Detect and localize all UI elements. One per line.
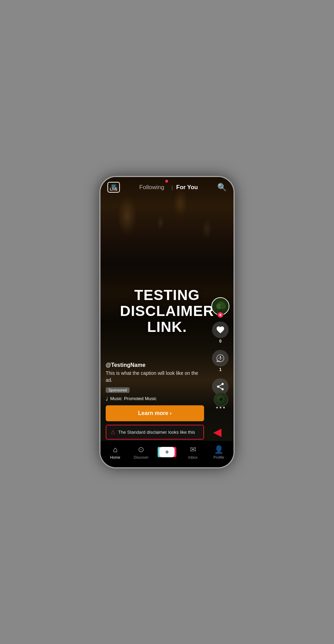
music-disc-inner [219,397,223,402]
foryou-tab[interactable]: For You [176,184,198,191]
bottom-navigation: ⌂ Home ⊙ Discover + ✉ Inbox 👤 Profile [100,440,234,467]
dot2 [220,407,221,408]
svg-point-6 [220,358,221,358]
nav-divider: | [172,185,173,190]
inbox-label: Inbox [188,455,197,459]
comment-icon [216,354,225,363]
disclaimer-box: ⚠ The Standard disclaimer looks like thi… [106,425,204,440]
dot1 [216,407,218,408]
top-navigation: 📺 LIVE Following | For You 🔍 [100,177,234,198]
svg-point-5 [219,358,219,358]
nav-inbox[interactable]: ✉ Inbox [180,445,206,459]
home-icon: ⌂ [113,445,117,454]
dot3 [223,407,225,408]
creator-avatar-container[interactable]: + [211,297,229,315]
profile-icon: 👤 [214,445,223,454]
profile-label: Profile [213,455,224,459]
following-wrapper: Following [139,184,168,191]
music-row[interactable]: ♩ Music Promoted Music [106,396,204,402]
add-button[interactable]: + [159,447,175,457]
discover-label: Discover [134,455,149,459]
disclaimer-warning-icon: ⚠ [111,429,115,435]
follow-plus[interactable]: + [217,312,223,318]
tv-icon: 📺 [111,183,116,187]
music-note-icon: ♩ [106,396,108,402]
share-icon [216,382,225,391]
heart-icon [216,325,225,334]
comment-count: 1 [219,367,222,372]
search-icon[interactable]: 🔍 [217,183,227,192]
music-disc [214,392,228,407]
like-group: 0 [212,321,229,344]
username[interactable]: @TestingName [106,362,204,368]
more-options[interactable] [216,407,225,408]
phone-frame: 📺 LIVE Following | For You 🔍 TESTING DIS… [99,176,235,468]
svg-point-3 [220,303,226,309]
notification-dot [165,180,168,183]
discover-icon: ⊙ [138,445,144,454]
inbox-icon: ✉ [190,445,196,454]
right-sidebar: + 0 1 [211,297,229,408]
nav-discover[interactable]: ⊙ Discover [128,445,154,459]
home-label: Home [110,455,120,459]
disclaimer-text: The Standard disclaimer looks like this [118,430,195,435]
like-button[interactable] [212,321,229,338]
live-badge[interactable]: 📺 LIVE [107,182,120,193]
music-disc-container [214,392,228,407]
music-prefix: Music [110,396,122,401]
add-icon: + [165,448,169,456]
nav-profile[interactable]: 👤 Profile [206,445,232,459]
bottom-content: @TestingName This is what the caption wi… [100,362,209,439]
svg-rect-4 [220,309,222,312]
caption-text: This is what the caption will look like … [106,370,204,383]
following-tab[interactable]: Following [139,184,164,191]
nav-tabs: Following | For You [139,184,198,191]
svg-point-7 [221,358,222,358]
live-label: LIVE [110,188,117,191]
nav-add[interactable]: + [154,447,180,457]
comment-group: 1 [212,350,229,372]
like-count: 0 [219,339,222,344]
nav-home[interactable]: ⌂ Home [102,445,128,459]
comment-button[interactable] [212,350,229,367]
music-name: Promoted Music [124,396,157,401]
sponsored-badge: Sponsored [106,387,130,393]
arrow-indicator: ◄ [210,424,224,440]
learn-more-button[interactable]: Learn more › [106,405,204,421]
